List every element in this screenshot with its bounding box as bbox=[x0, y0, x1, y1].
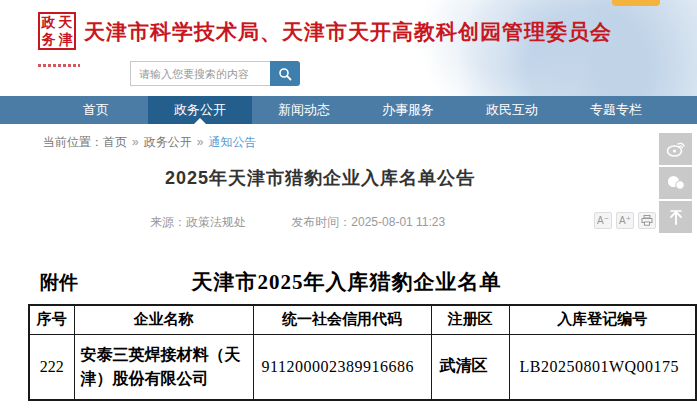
col-header-serial: 序号 bbox=[29, 305, 74, 334]
search-button[interactable] bbox=[270, 61, 300, 86]
cell-registration-no: LB20250801WQ00175 bbox=[509, 334, 696, 400]
breadcrumb: 当前位置：首页»政务公开»通知公告 bbox=[43, 134, 256, 151]
breadcrumb-gov-info[interactable]: 政务公开 bbox=[144, 135, 192, 149]
font-increase-button[interactable]: A⁺ bbox=[616, 212, 634, 229]
nav-item-news[interactable]: 新闻动态 bbox=[252, 96, 356, 124]
nav-item-services[interactable]: 办事服务 bbox=[356, 96, 460, 124]
back-to-top-button[interactable] bbox=[659, 201, 692, 233]
seal-char: 天 bbox=[59, 15, 73, 31]
share-weibo-button[interactable] bbox=[659, 133, 692, 165]
breadcrumb-separator: » bbox=[197, 135, 204, 149]
printer-icon bbox=[641, 215, 653, 226]
article-title: 2025年天津市猎豹企业入库名单公告 bbox=[0, 166, 640, 190]
nav-item-gov-info[interactable]: 政务公开 bbox=[148, 96, 252, 124]
article-publish-time: 发布时间：2025-08-01 11:23 bbox=[291, 215, 445, 229]
col-header-company: 企业名称 bbox=[74, 305, 253, 334]
attachment-title: 天津市2025年入库猎豹企业名单 bbox=[78, 268, 615, 296]
tianjin-gov-seal-icon: 政天务津 bbox=[38, 12, 76, 50]
article-source: 来源：政策法规处 bbox=[150, 215, 246, 229]
share-sidebar bbox=[659, 133, 692, 235]
site-header: 政天务津 天津市科学技术局、天津市天开高教科创园管理委员会 bbox=[0, 0, 697, 96]
article-tools: A⁻ A⁺ bbox=[594, 212, 656, 229]
arrow-up-icon bbox=[667, 209, 685, 226]
breadcrumb-home[interactable]: 首页 bbox=[103, 135, 127, 149]
active-tab-notch bbox=[194, 118, 206, 124]
brand: 政天务津 天津市科学技术局、天津市天开高教科创园管理委员会 bbox=[38, 12, 612, 50]
cell-district: 武清区 bbox=[431, 334, 509, 400]
nav-item-interaction[interactable]: 政民互动 bbox=[460, 96, 564, 124]
table-row: 222 安泰三英焊接材料（天津）股份有限公司 91120000238991668… bbox=[29, 334, 696, 400]
yellow-decoration bbox=[612, 0, 660, 6]
seal-char: 政 bbox=[42, 15, 56, 31]
wechat-icon bbox=[666, 175, 686, 191]
attachment-label: 附件 bbox=[40, 270, 78, 296]
site-title: 天津市科学技术局、天津市天开高教科创园管理委员会 bbox=[84, 12, 612, 45]
breadcrumb-notices[interactable]: 通知公告 bbox=[208, 135, 256, 149]
article-meta: 来源：政策法规处 发布时间：2025-08-01 11:23 bbox=[150, 214, 445, 231]
page: 政天务津 天津市科学技术局、天津市天开高教科创园管理委员会 首页 政务公开 新闻… bbox=[0, 0, 697, 417]
seal-char: 务 bbox=[42, 32, 56, 48]
col-header-registration-no: 入库登记编号 bbox=[509, 305, 696, 334]
nav-item-special[interactable]: 专题专栏 bbox=[564, 96, 668, 124]
attachment-header: 附件 天津市2025年入库猎豹企业名单 bbox=[28, 268, 695, 296]
seal-caption-text bbox=[38, 64, 80, 67]
cell-credit-code: 911200002389916686 bbox=[253, 334, 431, 400]
site-logo[interactable]: 政天务津 bbox=[38, 12, 76, 50]
print-button[interactable] bbox=[638, 212, 656, 229]
share-wechat-button[interactable] bbox=[659, 167, 692, 199]
cell-company-name: 安泰三英焊接材料（天津）股份有限公司 bbox=[74, 334, 253, 400]
seal-char: 津 bbox=[59, 32, 73, 48]
weibo-icon bbox=[666, 140, 686, 158]
col-header-district: 注册区 bbox=[431, 305, 509, 334]
col-header-credit-code: 统一社会信用代码 bbox=[253, 305, 431, 334]
enterprise-table: 序号 企业名称 统一社会信用代码 注册区 入库登记编号 222 安泰三英焊接材料… bbox=[28, 304, 697, 401]
breadcrumb-separator: » bbox=[132, 135, 139, 149]
attachment-section: 附件 天津市2025年入库猎豹企业名单 序号 企业名称 统一社会信用代码 注册区… bbox=[28, 268, 695, 401]
table-header-row: 序号 企业名称 统一社会信用代码 注册区 入库登记编号 bbox=[29, 305, 696, 334]
main-nav: 首页 政务公开 新闻动态 办事服务 政民互动 专题专栏 bbox=[0, 96, 697, 124]
nav-item-home[interactable]: 首页 bbox=[44, 96, 148, 124]
magnifier-icon bbox=[278, 67, 292, 81]
nav-item-label: 政务公开 bbox=[174, 102, 226, 117]
breadcrumb-prefix: 当前位置： bbox=[43, 135, 103, 149]
font-decrease-button[interactable]: A⁻ bbox=[594, 212, 612, 229]
cell-serial: 222 bbox=[29, 334, 74, 400]
search-bar bbox=[130, 61, 300, 86]
search-input[interactable] bbox=[130, 61, 270, 86]
